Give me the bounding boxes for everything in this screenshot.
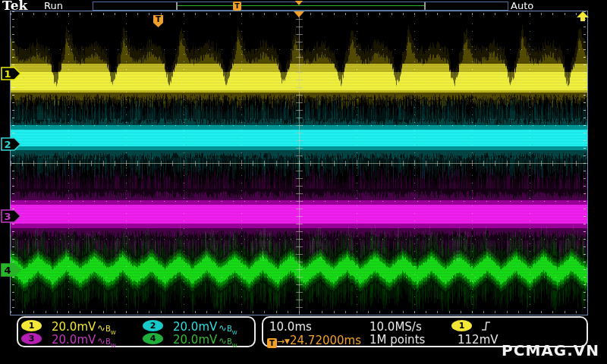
trigger-position-readout[interactable]: T→▼24.72000ms — [267, 333, 361, 348]
svg-text:2: 2 — [4, 139, 11, 150]
trigger-t-icon: T — [267, 338, 277, 348]
horizontal-scale: 10.0ms — [269, 320, 312, 334]
svg-text:4: 4 — [4, 265, 11, 276]
svg-text:1: 1 — [4, 68, 11, 80]
record-view-trigger-icon[interactable]: T — [233, 2, 241, 11]
channel-3-badge[interactable]: 3 — [21, 333, 42, 344]
record-view-window-line — [177, 5, 425, 6]
trigger-source-badge[interactable]: 1 — [451, 320, 472, 331]
channel-3-scale: 20.0mV — [52, 333, 96, 347]
record-view-left-bracket — [176, 2, 178, 10]
channel-3-position-marker[interactable]: 3 — [1, 209, 21, 224]
channel-2-badge[interactable]: 2 — [143, 320, 163, 331]
waveform-display — [0, 0, 607, 364]
trigger-level: 112mV — [458, 333, 498, 347]
watermark: PCMAG.VN — [502, 341, 599, 359]
channel-4-badge[interactable]: 4 — [143, 333, 163, 344]
record-view-expansion-icon — [295, 1, 303, 5]
record-view-right-bracket — [424, 2, 426, 10]
sample-rate: 10.0MS/s — [370, 320, 422, 334]
trigger-slope-rising-icon — [480, 320, 491, 331]
channel-readouts-box[interactable]: 1 20.0mV ∿BW 2 20.0mV ∿BW 3 20.0mV ∿BW 4… — [17, 316, 256, 347]
trigger-mode-indicator: Auto — [511, 0, 533, 11]
channel-1-scale: 20.0mV — [52, 320, 96, 334]
record-view-bar[interactable]: T — [93, 2, 508, 11]
channel-3-coupling-bw-icon: ∿BW — [97, 333, 116, 349]
channel-4-coupling-bw-icon: ∿BW — [219, 333, 237, 349]
channel-1-position-marker[interactable]: 1 — [1, 66, 21, 81]
channel-4-position-marker[interactable]: 4 — [1, 262, 21, 278]
arrow-right-icon: → — [277, 336, 285, 347]
tek-logo: Tek — [2, 0, 27, 13]
channel-2-position-marker[interactable]: 2 — [1, 136, 21, 152]
record-length: 1M points — [370, 333, 425, 347]
channel-4-scale: 20.0mV — [173, 333, 217, 347]
channel-1-badge[interactable]: 1 — [21, 320, 42, 331]
acquisition-status: Run — [44, 0, 63, 11]
channel-2-scale: 20.0mV — [173, 320, 217, 334]
trigger-position-arrow-icon[interactable] — [294, 11, 304, 17]
svg-text:3: 3 — [4, 211, 11, 222]
trigger-level-offscreen-arrow-icon[interactable] — [576, 11, 590, 22]
arrow-down-icon: ▼ — [285, 337, 290, 345]
oscilloscope-screen: Tek Run T Auto 1 2 3 4 T 1 20.0mV ∿BW 2 … — [0, 0, 607, 364]
